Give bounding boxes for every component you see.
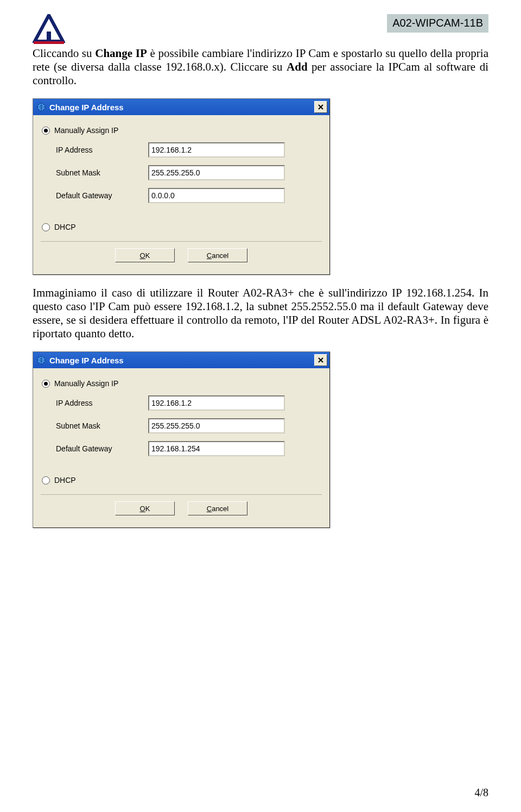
subnet-mask-input[interactable] bbox=[148, 418, 285, 433]
dialog-divider bbox=[41, 241, 322, 242]
dialog-title: Change IP Address bbox=[49, 356, 124, 365]
cancel-button[interactable]: Cancel bbox=[188, 248, 247, 262]
subnet-mask-label: Subnet Mask bbox=[56, 168, 148, 177]
radio-manual[interactable] bbox=[42, 127, 50, 135]
dialog-titlebar: Change IP Address bbox=[33, 352, 329, 368]
radio-dhcp-label: DHCP bbox=[54, 223, 76, 231]
model-badge: A02-WIPCAM-11B bbox=[387, 14, 488, 33]
intro-paragraph: Cliccando su Change IP è possibile cambi… bbox=[33, 47, 488, 87]
radio-dhcp[interactable] bbox=[42, 476, 50, 484]
subnet-mask-label: Subnet Mask bbox=[56, 421, 148, 430]
radio-manual-label: Manually Assign IP bbox=[54, 379, 118, 388]
radio-manual[interactable] bbox=[42, 380, 50, 388]
subnet-mask-input[interactable] bbox=[148, 165, 285, 180]
svg-rect-2 bbox=[34, 41, 64, 44]
ip-address-input[interactable] bbox=[148, 395, 285, 411]
close-button[interactable] bbox=[314, 101, 327, 113]
ok-button[interactable]: OK bbox=[115, 248, 175, 262]
radio-dhcp-label: DHCP bbox=[54, 476, 76, 484]
globe-icon bbox=[36, 102, 46, 112]
radio-dhcp[interactable] bbox=[42, 223, 50, 231]
dialog-title: Change IP Address bbox=[49, 103, 124, 112]
cancel-button[interactable]: Cancel bbox=[188, 501, 247, 515]
default-gateway-input[interactable] bbox=[148, 441, 285, 456]
ip-address-input[interactable] bbox=[148, 142, 285, 158]
ip-address-label: IP Address bbox=[56, 399, 148, 407]
change-ip-dialog-2: Change IP Address Manually Assign IP IP … bbox=[33, 351, 330, 528]
page-number: 4/8 bbox=[474, 786, 488, 799]
close-icon bbox=[318, 357, 323, 363]
second-paragraph: Immaginiamo il caso di utilizzare il Rou… bbox=[33, 286, 488, 340]
svg-rect-1 bbox=[47, 32, 51, 41]
radio-manual-label: Manually Assign IP bbox=[54, 126, 118, 135]
globe-icon bbox=[36, 355, 46, 365]
close-icon bbox=[318, 104, 323, 110]
default-gateway-input[interactable] bbox=[148, 188, 285, 203]
default-gateway-label: Default Gateway bbox=[56, 191, 148, 200]
dialog-divider bbox=[41, 494, 322, 495]
ok-button[interactable]: OK bbox=[115, 501, 175, 515]
dialog-titlebar: Change IP Address bbox=[33, 99, 329, 115]
close-button[interactable] bbox=[314, 354, 327, 366]
brand-logo bbox=[33, 14, 65, 45]
ip-address-label: IP Address bbox=[56, 146, 148, 154]
default-gateway-label: Default Gateway bbox=[56, 444, 148, 453]
change-ip-dialog-1: Change IP Address Manually Assign IP IP … bbox=[33, 98, 330, 275]
